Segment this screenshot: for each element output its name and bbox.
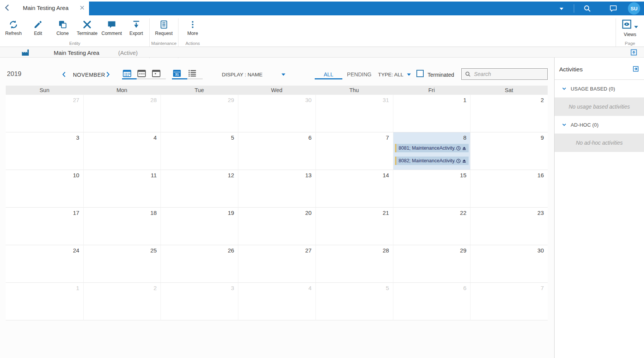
calendar-cell[interactable]: 14: [315, 170, 393, 208]
calendar-cell[interactable]: 27: [238, 245, 315, 283]
date-number: 15: [393, 170, 471, 179]
more-button[interactable]: More: [178, 15, 207, 36]
calendar-cell[interactable]: 6: [393, 283, 471, 320]
calendar-cell[interactable]: 23: [470, 208, 548, 245]
activities-title: Activities: [559, 66, 583, 73]
edit-button[interactable]: Edit: [26, 15, 50, 36]
calendar-cell[interactable]: 7: [470, 283, 548, 320]
calendar-cell[interactable]: 26: [160, 245, 238, 283]
calendar-cell[interactable]: 13: [238, 170, 315, 208]
search-input[interactable]: [474, 71, 544, 77]
calendar-cell[interactable]: 24: [6, 245, 83, 283]
list-view-icon[interactable]: [187, 68, 197, 78]
calendar-cell[interactable]: 21: [315, 208, 393, 245]
calendar-cell[interactable]: 17: [6, 208, 83, 245]
day-header: Wed: [238, 86, 315, 95]
date-number: 3: [161, 283, 238, 292]
calendar-cell[interactable]: 5: [315, 283, 393, 320]
event-label: 8082; MaintenanceActivity...: [399, 158, 456, 163]
calendar-cell[interactable]: 1: [6, 283, 83, 320]
calendar-event[interactable]: 8082; MaintenanceActivity...: [395, 157, 469, 165]
date-number: 18: [84, 208, 161, 217]
request-icon: [159, 19, 169, 30]
views-button[interactable]: Views: [616, 15, 644, 37]
avatar[interactable]: SU: [628, 2, 640, 15]
terminate-button[interactable]: Terminate: [75, 15, 99, 36]
calendar-cell[interactable]: 25: [83, 245, 161, 283]
tab-main-testing-area[interactable]: Main Testing Area: [12, 0, 89, 15]
activities-panel: Activities USAGE BASED (0)No usage based…: [554, 58, 644, 358]
date-number: 29: [393, 245, 471, 254]
activities-section-header[interactable]: USAGE BASED (0): [555, 80, 644, 97]
calendar-cell[interactable]: 4: [83, 132, 161, 170]
month-view-icon[interactable]: [122, 68, 132, 78]
calendar-controls: 2019 NOVEMBER 31 DISPLAY : NAME ALL: [0, 58, 644, 86]
search-icon[interactable]: [574, 4, 600, 13]
chevron-down-icon[interactable]: [549, 5, 574, 12]
event-icons: [456, 158, 467, 163]
tab-pending[interactable]: PENDING: [344, 71, 375, 80]
calendar-cell[interactable]: 19: [160, 208, 238, 245]
calendar-cell[interactable]: 28: [83, 95, 161, 132]
calendar-cell[interactable]: 7: [315, 132, 393, 170]
chevron-left-icon[interactable]: [61, 71, 68, 78]
button-label: Request: [155, 31, 173, 36]
clock-icon: [456, 158, 461, 163]
chevron-down-icon: [281, 73, 286, 76]
chevron-right-icon[interactable]: [104, 71, 111, 78]
calendar-cell[interactable]: 18: [83, 208, 161, 245]
calendar-cell[interactable]: 12: [160, 170, 238, 208]
calendar-cell[interactable]: 3: [6, 132, 83, 170]
calendar-31-view-icon[interactable]: 31: [172, 68, 182, 78]
calendar-cell[interactable]: 11: [83, 170, 161, 208]
clone-button[interactable]: Clone: [50, 15, 75, 36]
chevron-down-icon: [561, 86, 567, 91]
calendar-cell[interactable]: 9: [470, 132, 548, 170]
calendar-cell[interactable]: 28: [315, 245, 393, 283]
chat-icon[interactable]: [600, 4, 626, 13]
calendar-cell[interactable]: 29: [393, 245, 471, 283]
calendar-cell[interactable]: 30: [238, 95, 315, 132]
calendar-cell[interactable]: 10: [6, 170, 83, 208]
back-chevron-icon[interactable]: [3, 3, 12, 13]
terminated-checkbox[interactable]: [416, 70, 424, 77]
calendar-event[interactable]: 8081; MaintenanceActivity...: [395, 144, 469, 152]
type-dropdown[interactable]: TYPE: ALL: [378, 72, 411, 78]
panel-expand-icon[interactable]: [633, 66, 639, 73]
calendar-cell[interactable]: 2: [83, 283, 161, 320]
date-number: 26: [161, 245, 238, 254]
calendar-cell[interactable]: 30: [470, 245, 548, 283]
clock-icon: [456, 146, 461, 151]
calendar-cell[interactable]: 2: [470, 95, 548, 132]
calendar-cell[interactable]: 5: [160, 132, 238, 170]
refresh-icon: [8, 19, 18, 30]
panel-up-icon[interactable]: [631, 49, 637, 57]
comment-icon: [107, 19, 117, 30]
calendar-cell[interactable]: 6: [238, 132, 315, 170]
button-label: Export: [129, 31, 143, 36]
edit-icon: [33, 19, 43, 30]
refresh-button[interactable]: Refresh: [1, 15, 26, 36]
calendar-cell[interactable]: 27: [6, 95, 83, 132]
button-label: Comment: [101, 31, 122, 36]
activities-section-header[interactable]: AD-HOC (0): [555, 116, 644, 134]
calendar-cell[interactable]: 4: [238, 283, 315, 320]
display-dropdown[interactable]: DISPLAY : NAME: [222, 72, 286, 78]
calendar-cell[interactable]: 3: [160, 283, 238, 320]
request-button[interactable]: Request: [150, 15, 178, 36]
comment-button[interactable]: Comment: [99, 15, 124, 36]
calendar-cell[interactable]: 15: [393, 170, 471, 208]
calendar-cell[interactable]: 31: [315, 95, 393, 132]
calendar-cell[interactable]: 29: [160, 95, 238, 132]
export-button[interactable]: Export: [124, 15, 149, 36]
date-number: 13: [238, 170, 315, 179]
calendar-cell[interactable]: 1: [393, 95, 471, 132]
week-view-icon[interactable]: [137, 68, 147, 78]
calendar-cell[interactable]: 20: [238, 208, 315, 245]
day-view-icon[interactable]: [151, 68, 161, 78]
close-icon[interactable]: [79, 5, 85, 11]
date-number: 24: [6, 245, 83, 254]
calendar-cell[interactable]: 16: [470, 170, 548, 208]
calendar-cell[interactable]: 22: [393, 208, 471, 245]
calendar-cell[interactable]: 88081; MaintenanceActivity...8082; Maint…: [393, 132, 471, 170]
